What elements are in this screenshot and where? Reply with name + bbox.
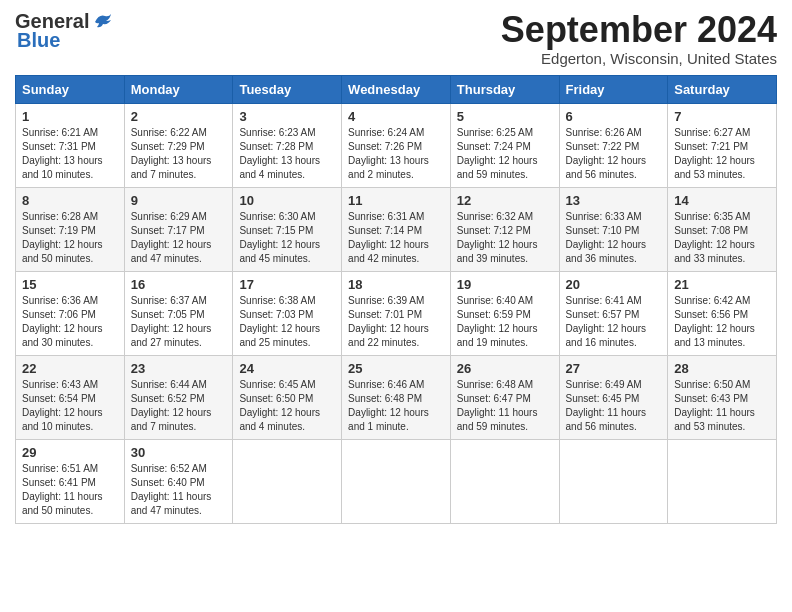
calendar-cell: 14Sunrise: 6:35 AMSunset: 7:08 PMDayligh… — [668, 187, 777, 271]
calendar-cell: 6Sunrise: 6:26 AMSunset: 7:22 PMDaylight… — [559, 103, 668, 187]
calendar-cell — [559, 439, 668, 523]
weekday-header-thursday: Thursday — [450, 75, 559, 103]
calendar-cell: 11Sunrise: 6:31 AMSunset: 7:14 PMDayligh… — [342, 187, 451, 271]
day-info: Sunrise: 6:37 AMSunset: 7:05 PMDaylight:… — [131, 294, 227, 350]
calendar-cell: 15Sunrise: 6:36 AMSunset: 7:06 PMDayligh… — [16, 271, 125, 355]
day-number: 13 — [566, 193, 662, 208]
day-info: Sunrise: 6:41 AMSunset: 6:57 PMDaylight:… — [566, 294, 662, 350]
calendar-cell: 17Sunrise: 6:38 AMSunset: 7:03 PMDayligh… — [233, 271, 342, 355]
day-number: 17 — [239, 277, 335, 292]
day-info: Sunrise: 6:30 AMSunset: 7:15 PMDaylight:… — [239, 210, 335, 266]
day-number: 9 — [131, 193, 227, 208]
day-number: 26 — [457, 361, 553, 376]
calendar-cell: 18Sunrise: 6:39 AMSunset: 7:01 PMDayligh… — [342, 271, 451, 355]
day-info: Sunrise: 6:52 AMSunset: 6:40 PMDaylight:… — [131, 462, 227, 518]
day-number: 16 — [131, 277, 227, 292]
calendar-cell: 23Sunrise: 6:44 AMSunset: 6:52 PMDayligh… — [124, 355, 233, 439]
calendar-cell: 5Sunrise: 6:25 AMSunset: 7:24 PMDaylight… — [450, 103, 559, 187]
calendar-week-row: 8Sunrise: 6:28 AMSunset: 7:19 PMDaylight… — [16, 187, 777, 271]
day-number: 29 — [22, 445, 118, 460]
day-number: 19 — [457, 277, 553, 292]
weekday-header-monday: Monday — [124, 75, 233, 103]
location-label: Edgerton, Wisconsin, United States — [501, 50, 777, 67]
day-number: 12 — [457, 193, 553, 208]
calendar-cell: 22Sunrise: 6:43 AMSunset: 6:54 PMDayligh… — [16, 355, 125, 439]
day-info: Sunrise: 6:50 AMSunset: 6:43 PMDaylight:… — [674, 378, 770, 434]
calendar-week-row: 15Sunrise: 6:36 AMSunset: 7:06 PMDayligh… — [16, 271, 777, 355]
calendar-cell: 12Sunrise: 6:32 AMSunset: 7:12 PMDayligh… — [450, 187, 559, 271]
day-number: 18 — [348, 277, 444, 292]
day-info: Sunrise: 6:35 AMSunset: 7:08 PMDaylight:… — [674, 210, 770, 266]
day-number: 3 — [239, 109, 335, 124]
weekday-header-wednesday: Wednesday — [342, 75, 451, 103]
calendar-cell: 16Sunrise: 6:37 AMSunset: 7:05 PMDayligh… — [124, 271, 233, 355]
calendar-cell — [342, 439, 451, 523]
calendar-cell: 19Sunrise: 6:40 AMSunset: 6:59 PMDayligh… — [450, 271, 559, 355]
calendar-week-row: 22Sunrise: 6:43 AMSunset: 6:54 PMDayligh… — [16, 355, 777, 439]
day-number: 15 — [22, 277, 118, 292]
day-number: 11 — [348, 193, 444, 208]
day-info: Sunrise: 6:28 AMSunset: 7:19 PMDaylight:… — [22, 210, 118, 266]
calendar-cell — [233, 439, 342, 523]
calendar-cell: 30Sunrise: 6:52 AMSunset: 6:40 PMDayligh… — [124, 439, 233, 523]
weekday-header-row: SundayMondayTuesdayWednesdayThursdayFrid… — [16, 75, 777, 103]
calendar-cell: 8Sunrise: 6:28 AMSunset: 7:19 PMDaylight… — [16, 187, 125, 271]
weekday-header-saturday: Saturday — [668, 75, 777, 103]
day-number: 4 — [348, 109, 444, 124]
day-number: 24 — [239, 361, 335, 376]
calendar-cell: 9Sunrise: 6:29 AMSunset: 7:17 PMDaylight… — [124, 187, 233, 271]
logo-blue-text: Blue — [17, 29, 60, 52]
day-number: 2 — [131, 109, 227, 124]
day-info: Sunrise: 6:39 AMSunset: 7:01 PMDaylight:… — [348, 294, 444, 350]
day-info: Sunrise: 6:24 AMSunset: 7:26 PMDaylight:… — [348, 126, 444, 182]
title-area: September 2024 Edgerton, Wisconsin, Unit… — [501, 10, 777, 67]
day-info: Sunrise: 6:45 AMSunset: 6:50 PMDaylight:… — [239, 378, 335, 434]
calendar-cell — [450, 439, 559, 523]
day-info: Sunrise: 6:44 AMSunset: 6:52 PMDaylight:… — [131, 378, 227, 434]
logo-bird-icon — [91, 12, 113, 32]
day-info: Sunrise: 6:43 AMSunset: 6:54 PMDaylight:… — [22, 378, 118, 434]
calendar-table: SundayMondayTuesdayWednesdayThursdayFrid… — [15, 75, 777, 524]
day-info: Sunrise: 6:32 AMSunset: 7:12 PMDaylight:… — [457, 210, 553, 266]
calendar-week-row: 29Sunrise: 6:51 AMSunset: 6:41 PMDayligh… — [16, 439, 777, 523]
day-info: Sunrise: 6:22 AMSunset: 7:29 PMDaylight:… — [131, 126, 227, 182]
calendar-cell: 25Sunrise: 6:46 AMSunset: 6:48 PMDayligh… — [342, 355, 451, 439]
day-info: Sunrise: 6:36 AMSunset: 7:06 PMDaylight:… — [22, 294, 118, 350]
calendar-cell: 21Sunrise: 6:42 AMSunset: 6:56 PMDayligh… — [668, 271, 777, 355]
calendar-cell: 10Sunrise: 6:30 AMSunset: 7:15 PMDayligh… — [233, 187, 342, 271]
calendar-week-row: 1Sunrise: 6:21 AMSunset: 7:31 PMDaylight… — [16, 103, 777, 187]
day-info: Sunrise: 6:40 AMSunset: 6:59 PMDaylight:… — [457, 294, 553, 350]
day-info: Sunrise: 6:38 AMSunset: 7:03 PMDaylight:… — [239, 294, 335, 350]
day-info: Sunrise: 6:27 AMSunset: 7:21 PMDaylight:… — [674, 126, 770, 182]
day-info: Sunrise: 6:23 AMSunset: 7:28 PMDaylight:… — [239, 126, 335, 182]
calendar-cell: 24Sunrise: 6:45 AMSunset: 6:50 PMDayligh… — [233, 355, 342, 439]
day-info: Sunrise: 6:42 AMSunset: 6:56 PMDaylight:… — [674, 294, 770, 350]
day-number: 14 — [674, 193, 770, 208]
weekday-header-sunday: Sunday — [16, 75, 125, 103]
day-info: Sunrise: 6:31 AMSunset: 7:14 PMDaylight:… — [348, 210, 444, 266]
calendar-cell: 27Sunrise: 6:49 AMSunset: 6:45 PMDayligh… — [559, 355, 668, 439]
day-info: Sunrise: 6:49 AMSunset: 6:45 PMDaylight:… — [566, 378, 662, 434]
day-number: 25 — [348, 361, 444, 376]
page-header: General Blue September 2024 Edgerton, Wi… — [15, 10, 777, 67]
day-number: 6 — [566, 109, 662, 124]
day-number: 20 — [566, 277, 662, 292]
calendar-cell: 2Sunrise: 6:22 AMSunset: 7:29 PMDaylight… — [124, 103, 233, 187]
weekday-header-tuesday: Tuesday — [233, 75, 342, 103]
day-info: Sunrise: 6:25 AMSunset: 7:24 PMDaylight:… — [457, 126, 553, 182]
day-number: 8 — [22, 193, 118, 208]
day-info: Sunrise: 6:26 AMSunset: 7:22 PMDaylight:… — [566, 126, 662, 182]
day-number: 28 — [674, 361, 770, 376]
calendar-cell: 1Sunrise: 6:21 AMSunset: 7:31 PMDaylight… — [16, 103, 125, 187]
day-info: Sunrise: 6:29 AMSunset: 7:17 PMDaylight:… — [131, 210, 227, 266]
calendar-cell: 7Sunrise: 6:27 AMSunset: 7:21 PMDaylight… — [668, 103, 777, 187]
logo: General Blue — [15, 10, 113, 52]
weekday-header-friday: Friday — [559, 75, 668, 103]
calendar-cell: 29Sunrise: 6:51 AMSunset: 6:41 PMDayligh… — [16, 439, 125, 523]
day-number: 22 — [22, 361, 118, 376]
calendar-cell — [668, 439, 777, 523]
calendar-cell: 20Sunrise: 6:41 AMSunset: 6:57 PMDayligh… — [559, 271, 668, 355]
calendar-cell: 3Sunrise: 6:23 AMSunset: 7:28 PMDaylight… — [233, 103, 342, 187]
day-number: 1 — [22, 109, 118, 124]
day-number: 5 — [457, 109, 553, 124]
